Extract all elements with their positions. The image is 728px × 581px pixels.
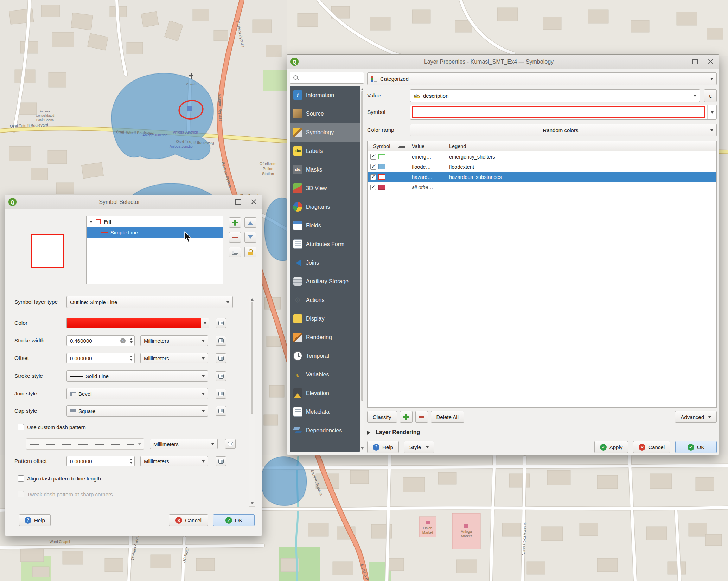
classes-table-header[interactable]: Symbol Value Legend: [368, 141, 716, 151]
remove-class-button[interactable]: [415, 411, 428, 423]
class-symbol-swatch[interactable]: [378, 154, 385, 159]
scroll-up-icon[interactable]: [361, 87, 364, 90]
cancel-button[interactable]: Cancel: [169, 514, 208, 526]
column-value[interactable]: Value: [409, 141, 446, 151]
sidebar-item-dependencies[interactable]: Dependencies: [290, 421, 360, 440]
sidebar-item-display[interactable]: Display: [290, 309, 360, 328]
ok-button[interactable]: OK: [675, 441, 717, 453]
lock-color-button[interactable]: [244, 247, 256, 257]
class-checkbox[interactable]: [370, 154, 376, 160]
spin-down-icon[interactable]: [130, 341, 133, 344]
data-defined-override-button[interactable]: [216, 371, 226, 381]
sidebar-item-labels[interactable]: Labels: [290, 142, 360, 160]
spinner[interactable]: [128, 353, 134, 363]
sidebar-item-symbology[interactable]: Symbology: [290, 123, 360, 142]
scroll-down-icon[interactable]: [361, 447, 364, 451]
class-row-all-other-values[interactable]: all othe…: [368, 182, 716, 192]
sidebar-item-diagrams[interactable]: Diagrams: [290, 198, 360, 216]
class-legend[interactable]: hazardous_substances: [446, 174, 716, 180]
value-field-combo[interactable]: abc description: [410, 89, 700, 102]
dash-pattern-preview[interactable]: [26, 438, 144, 450]
class-checkbox[interactable]: [370, 185, 376, 190]
sidebar-item-elevation[interactable]: Elevation: [290, 384, 360, 402]
scrollbar-thumb[interactable]: [251, 302, 253, 414]
apply-button[interactable]: Apply: [594, 441, 628, 453]
column-legend[interactable]: Legend: [446, 141, 716, 151]
color-dropdown[interactable]: [201, 318, 209, 328]
add-symbol-layer-button[interactable]: [229, 217, 241, 228]
sidebar-search-input[interactable]: [290, 72, 364, 84]
expand-arrow-icon[interactable]: [367, 431, 372, 435]
sidebar-item-temporal[interactable]: Temporal: [290, 347, 360, 365]
help-button[interactable]: Help: [19, 514, 51, 526]
expression-builder-button[interactable]: ε: [704, 89, 717, 102]
data-defined-override-button[interactable]: [225, 439, 236, 449]
symbol-dropdown[interactable]: [707, 105, 716, 119]
duplicate-symbol-layer-button[interactable]: [229, 247, 241, 257]
data-defined-override-button[interactable]: [216, 318, 226, 328]
align-dash-checkbox[interactable]: [18, 475, 24, 482]
class-row-emergency-shelters[interactable]: emerg… emergency_shelters: [368, 151, 716, 162]
renderer-combo[interactable]: Categorized: [367, 72, 717, 85]
spin-up-icon[interactable]: [130, 337, 133, 340]
maximize-button[interactable]: [690, 57, 700, 66]
color-button[interactable]: [66, 318, 209, 328]
spin-up-icon[interactable]: [130, 457, 133, 460]
symbol-layer-type-combo[interactable]: Outline: Simple Line: [66, 296, 233, 308]
cap-style-combo[interactable]: Square: [66, 405, 208, 417]
sidebar-item-auxiliary-storage[interactable]: Auxiliary Storage: [290, 272, 360, 291]
class-legend[interactable]: emergency_shelters: [446, 154, 716, 160]
cancel-button[interactable]: Cancel: [633, 441, 670, 453]
sidebar-item-attributes-form[interactable]: Attributes Form: [290, 235, 360, 253]
scroll-down-icon[interactable]: [251, 502, 254, 506]
style-button[interactable]: Style: [404, 441, 434, 453]
data-defined-override-button[interactable]: [216, 336, 226, 346]
sidebar-item-information[interactable]: Information: [290, 86, 360, 104]
add-class-button[interactable]: [400, 411, 413, 423]
expander-icon[interactable]: [89, 221, 93, 225]
class-row-hazardous-substances[interactable]: hazard… hazardous_substances: [368, 172, 716, 182]
use-custom-dash-checkbox[interactable]: [18, 424, 24, 430]
class-checkbox[interactable]: [370, 164, 376, 170]
offset-input[interactable]: 0.000000: [66, 353, 135, 363]
sidebar-item-actions[interactable]: Actions: [290, 291, 360, 309]
ok-button[interactable]: OK: [213, 514, 255, 526]
close-button[interactable]: [249, 198, 258, 207]
stroke-width-input[interactable]: 0.460000: [66, 335, 135, 346]
tree-item-simple-line[interactable]: Simple Line: [87, 227, 223, 238]
sidebar-item-source[interactable]: Source: [290, 104, 360, 123]
move-down-button[interactable]: [244, 232, 256, 243]
form-scrollbar[interactable]: [249, 296, 255, 507]
dash-unit-combo[interactable]: Millimeters: [150, 439, 218, 449]
stroke-style-combo[interactable]: Solid Line: [66, 370, 208, 382]
spin-down-icon[interactable]: [130, 359, 133, 362]
clear-value-icon[interactable]: [120, 338, 126, 343]
layer-rendering-section[interactable]: Layer Rendering: [367, 427, 717, 438]
color-ramp-combo[interactable]: Random colors: [410, 124, 717, 136]
class-legend[interactable]: floodextent: [446, 164, 716, 170]
help-button[interactable]: Help: [367, 441, 399, 453]
sidebar-item-fields[interactable]: Fields: [290, 216, 360, 235]
symbol-selector-titlebar[interactable]: Symbol Selector: [5, 195, 262, 209]
minimize-button[interactable]: [675, 57, 684, 66]
class-symbol-swatch[interactable]: [378, 174, 385, 180]
offset-unit-combo[interactable]: Millimeters: [140, 353, 208, 363]
sidebar-item-variables[interactable]: Variables: [290, 365, 360, 384]
sidebar-item-metadata[interactable]: Metadata: [290, 402, 360, 421]
spin-down-icon[interactable]: [130, 462, 133, 465]
maximize-button[interactable]: [233, 198, 243, 207]
tree-item-fill[interactable]: Fill: [87, 216, 223, 227]
spinner[interactable]: [128, 336, 134, 346]
classify-button[interactable]: Classify: [367, 411, 397, 423]
data-defined-override-button[interactable]: [216, 456, 226, 466]
delete-all-button[interactable]: Delete All: [431, 411, 464, 423]
data-defined-override-button[interactable]: [216, 353, 226, 363]
pattern-offset-input[interactable]: 0.000000: [66, 456, 135, 466]
class-row-floodextent[interactable]: floode… floodextent: [368, 162, 716, 172]
advanced-button[interactable]: Advanced: [675, 411, 717, 423]
remove-symbol-layer-button[interactable]: [229, 232, 241, 243]
layer-properties-titlebar[interactable]: Layer Properties - Kumasi_SMT_Ex4 — Symb…: [287, 55, 719, 69]
tweak-dash-checkbox[interactable]: [18, 491, 24, 497]
column-symbol[interactable]: Symbol: [368, 141, 409, 151]
scroll-up-icon[interactable]: [251, 297, 254, 301]
